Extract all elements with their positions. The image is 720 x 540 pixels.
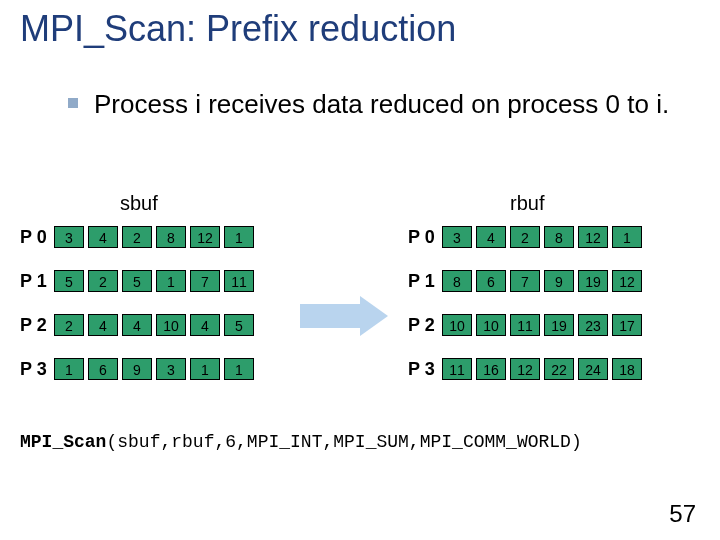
table-row: P 0 3 4 2 8 12 1	[20, 224, 258, 250]
proc-label: P 2	[408, 315, 442, 336]
cell: 24	[578, 358, 608, 380]
cells: 10 10 11 19 23 17	[442, 314, 646, 336]
cell: 10	[156, 314, 186, 336]
cell: 1	[612, 226, 642, 248]
cell: 4	[190, 314, 220, 336]
table-row: P 3 11 16 12 22 24 18	[408, 356, 646, 382]
cell: 4	[476, 226, 506, 248]
table-row: P 2 2 4 4 10 4 5	[20, 312, 258, 338]
cell: 2	[510, 226, 540, 248]
cell: 4	[88, 314, 118, 336]
cell: 11	[442, 358, 472, 380]
cells: 11 16 12 22 24 18	[442, 358, 646, 380]
proc-label: P 2	[20, 315, 54, 336]
sbuf-label: sbuf	[120, 192, 158, 215]
cell: 3	[442, 226, 472, 248]
cell: 12	[510, 358, 540, 380]
cell: 1	[54, 358, 84, 380]
proc-label: P 1	[408, 271, 442, 292]
code-args: (sbuf,rbuf,6,MPI_INT,MPI_SUM,MPI_COMM_WO…	[106, 432, 581, 452]
cell: 12	[612, 270, 642, 292]
cell: 23	[578, 314, 608, 336]
arrow-icon	[300, 296, 390, 336]
cell: 11	[224, 270, 254, 292]
cell: 19	[578, 270, 608, 292]
cell: 8	[544, 226, 574, 248]
rbuf-label: rbuf	[510, 192, 544, 215]
cell: 1	[190, 358, 220, 380]
cell: 4	[122, 314, 152, 336]
cell: 9	[544, 270, 574, 292]
cell: 12	[578, 226, 608, 248]
cell: 7	[510, 270, 540, 292]
cell: 5	[224, 314, 254, 336]
cell: 9	[122, 358, 152, 380]
cell: 6	[88, 358, 118, 380]
cells: 8 6 7 9 19 12	[442, 270, 646, 292]
proc-label: P 0	[20, 227, 54, 248]
bullet-icon	[68, 98, 78, 108]
cells: 1 6 9 3 1 1	[54, 358, 258, 380]
cell: 8	[156, 226, 186, 248]
page-number: 57	[669, 500, 696, 528]
table-row: P 0 3 4 2 8 12 1	[408, 224, 646, 250]
cell: 2	[122, 226, 152, 248]
slide-title: MPI_Scan: Prefix reduction	[20, 8, 456, 50]
cell: 2	[54, 314, 84, 336]
proc-label: P 1	[20, 271, 54, 292]
cell: 17	[612, 314, 642, 336]
cells: 2 4 4 10 4 5	[54, 314, 258, 336]
cell: 16	[476, 358, 506, 380]
sbuf-grid: P 0 3 4 2 8 12 1 P 1 5 2 5 1 7 11 P 2	[20, 224, 258, 400]
cells: 3 4 2 8 12 1	[54, 226, 258, 248]
cell: 19	[544, 314, 574, 336]
cell: 22	[544, 358, 574, 380]
cell: 3	[156, 358, 186, 380]
slide: MPI_Scan: Prefix reduction Process i rec…	[0, 0, 720, 540]
cell: 18	[612, 358, 642, 380]
cell: 1	[224, 226, 254, 248]
cell: 8	[442, 270, 472, 292]
cell: 4	[88, 226, 118, 248]
cell: 5	[54, 270, 84, 292]
table-row: P 1 5 2 5 1 7 11	[20, 268, 258, 294]
table-row: P 3 1 6 9 3 1 1	[20, 356, 258, 382]
cell: 5	[122, 270, 152, 292]
cells: 5 2 5 1 7 11	[54, 270, 258, 292]
cell: 12	[190, 226, 220, 248]
cell: 11	[510, 314, 540, 336]
table-row: P 2 10 10 11 19 23 17	[408, 312, 646, 338]
proc-label: P 3	[20, 359, 54, 380]
cells: 3 4 2 8 12 1	[442, 226, 646, 248]
cell: 6	[476, 270, 506, 292]
cell: 1	[156, 270, 186, 292]
cell: 1	[224, 358, 254, 380]
bullet-text: Process i receives data reduced on proce…	[94, 88, 669, 121]
code-fn: MPI_Scan	[20, 432, 106, 452]
rbuf-grid: P 0 3 4 2 8 12 1 P 1 8 6 7 9 19 12 P 2	[408, 224, 646, 400]
proc-label: P 3	[408, 359, 442, 380]
proc-label: P 0	[408, 227, 442, 248]
cell: 10	[442, 314, 472, 336]
cell: 10	[476, 314, 506, 336]
cell: 2	[88, 270, 118, 292]
code-line: MPI_Scan(sbuf,rbuf,6,MPI_INT,MPI_SUM,MPI…	[20, 432, 582, 452]
cell: 3	[54, 226, 84, 248]
bullet-item: Process i receives data reduced on proce…	[68, 88, 680, 121]
table-row: P 1 8 6 7 9 19 12	[408, 268, 646, 294]
cell: 7	[190, 270, 220, 292]
